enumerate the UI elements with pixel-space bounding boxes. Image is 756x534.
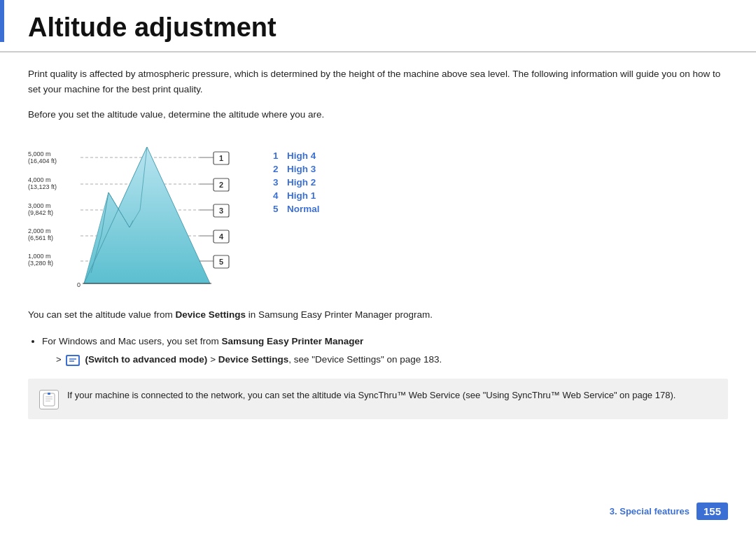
bullet-list: For Windows and Mac users, you set from … [42, 334, 728, 368]
device-settings-bold: Device Settings [175, 309, 246, 320]
page-title: Altitude adjustment [0, 0, 756, 52]
legend-num-5: 5 [273, 204, 283, 214]
legend-item-1: 1 High 4 [273, 150, 320, 161]
svg-rect-4 [43, 393, 55, 406]
switch-mode-bold: (Switch to advanced mode) [85, 354, 208, 365]
note-box: If your machine is connected to the netw… [28, 379, 728, 419]
label-2000m: 2,000 m [28, 227, 51, 234]
content-area: Print quality is affected by atmospheric… [0, 66, 756, 419]
legend-item-2: 2 High 3 [273, 164, 320, 174]
legend-label-4: High 1 [287, 190, 316, 201]
legend-num-2: 2 [273, 164, 283, 174]
legend-num-3: 3 [273, 177, 283, 188]
box-5-label: 5 [219, 258, 223, 266]
label-5000m: 5,000 m [28, 150, 51, 157]
legend-section: 1 High 4 2 High 3 3 High 2 4 High 1 5 No… [273, 136, 320, 217]
label-1000m: 1,000 m [28, 253, 51, 260]
label-4000ft: (13,123 ft) [28, 183, 57, 190]
altitude-svg: 5,000 m (16,404 ft) 4,000 m (13,123 ft) … [28, 136, 252, 290]
legend-label-3: High 2 [287, 177, 316, 188]
box-3-label: 3 [219, 206, 223, 215]
svg-rect-1 [67, 356, 78, 365]
label-4000m: 4,000 m [28, 176, 51, 183]
box-2-label: 2 [219, 181, 223, 189]
altitude-diagram-container: 5,000 m (16,404 ft) 4,000 m (13,123 ft) … [28, 136, 252, 290]
label-5000ft: (16,404 ft) [28, 157, 57, 164]
legend-item-5: 5 Normal [273, 204, 320, 214]
legend-label-2: High 3 [287, 164, 316, 174]
switch-mode-icon [66, 352, 81, 367]
footer-chapter: 3. Special features [610, 506, 690, 517]
label-3000m: 3,000 m [28, 202, 51, 209]
blue-accent-bar [0, 0, 4, 42]
footer: 3. Special features 155 [610, 503, 728, 520]
legend-label-5: Normal [287, 204, 320, 214]
label-1000ft: (3,280 ft) [28, 260, 53, 267]
sub-item: > (Switch to advanced mode) > Device Set… [56, 352, 728, 367]
label-2000ft: (6,561 ft) [28, 234, 53, 241]
samsung-epm-bold: Samsung Easy Printer Manager [222, 336, 364, 346]
legend-item-3: 3 High 2 [273, 177, 320, 188]
legend-num-1: 1 [273, 150, 283, 161]
diagram-section: 5,000 m (16,404 ft) 4,000 m (13,123 ft) … [28, 136, 728, 290]
switch-mode-text: (Switch to advanced mode) > Device Setti… [85, 352, 442, 367]
box-1-label: 1 [219, 154, 223, 162]
box-4-label: 4 [219, 232, 224, 241]
before-paragraph: Before you set the altitude value, deter… [28, 109, 728, 120]
device-settings-sub-bold: Device Settings [218, 354, 289, 365]
arrow-icon: > [56, 352, 62, 367]
body-paragraph-1: You can set the altitude value from Devi… [28, 307, 728, 323]
svg-rect-8 [48, 393, 50, 395]
note-icon [39, 390, 59, 409]
intro-paragraph: Print quality is affected by atmospheric… [28, 66, 728, 98]
label-3000ft: (9,842 ft) [28, 209, 53, 216]
bullet-item-1: For Windows and Mac users, you set from … [42, 334, 728, 368]
legend-label-1: High 4 [287, 150, 316, 161]
legend-item-4: 4 High 1 [273, 190, 320, 201]
footer-page-number: 155 [696, 503, 728, 520]
legend-num-4: 4 [273, 190, 283, 201]
note-text: If your machine is connected to the netw… [67, 388, 676, 403]
label-zero: 0 [77, 281, 80, 288]
